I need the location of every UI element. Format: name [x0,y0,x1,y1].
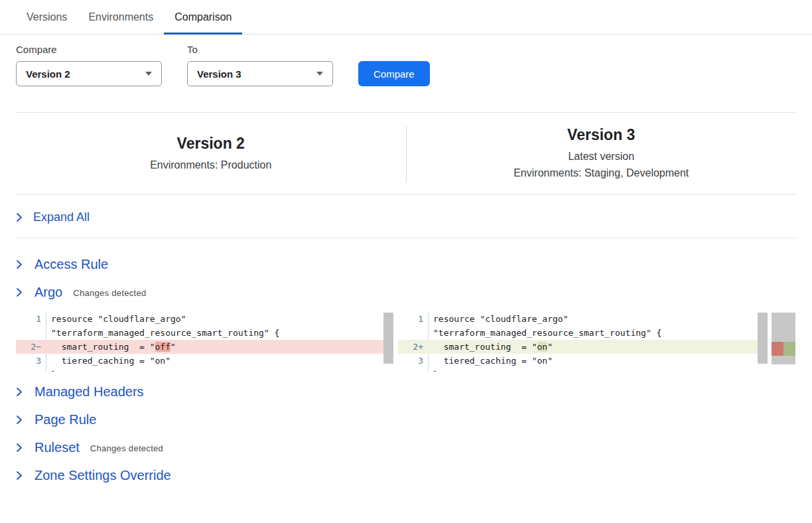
compare-controls: Compare Version 2 To Version 3 Compare [0,35,812,86]
section-page-rule[interactable]: Page Rule [16,410,796,429]
compare-label: Compare [16,44,162,55]
line-number [16,368,46,372]
code-text: } [46,368,393,372]
section-managed-headers[interactable]: Managed Headers [16,382,796,401]
code-text: resource "cloudflare_argo" [46,312,393,326]
chevron-right-icon [16,287,23,297]
to-version-select[interactable]: Version 3 [187,61,333,86]
section-zone-settings-override[interactable]: Zone Settings Override [16,466,796,485]
tab-comparison[interactable]: Comparison [164,0,242,35]
code-text: smart_routing = "off" [46,340,393,354]
code-text: } [429,368,768,372]
section-label: Page Rule [34,412,96,427]
line-number: 2− [16,340,46,354]
code-text: smart_routing = "on" [429,340,768,354]
version-left-title: Version 2 [177,135,245,153]
chevron-right-icon [16,212,23,222]
to-version-value: Version 3 [197,68,241,80]
diff-line: 1resource "cloudflare_argo" [398,312,768,326]
line-number [16,326,46,340]
chevron-right-icon [16,443,23,453]
tab-environments[interactable]: Environments [78,0,164,35]
section-label: Argo [34,285,62,300]
sections-list: Access Rule Argo Changes detected 1resou… [0,238,812,485]
compare-button[interactable]: Compare [358,61,430,86]
version-right-title: Version 3 [567,126,635,144]
section-ruleset[interactable]: Ruleset Changes detected [16,438,796,457]
line-number: 3 [398,354,429,368]
minimap-removed-marker [772,342,783,356]
argo-diff: 1resource "cloudflare_argo""terraform_ma… [16,312,796,372]
line-number [398,368,429,372]
changes-detected-badge: Changes detected [90,443,163,453]
diff-line: } [16,368,393,372]
chevron-down-icon [145,72,152,76]
diff-line: 2− smart_routing = "off" [16,340,393,354]
version-right-header: Version 3 Latest version Environments: S… [407,125,797,183]
diff-pane-right: 1resource "cloudflare_argo""terraform_ma… [398,312,768,372]
code-text: tiered_caching = "on" [429,354,768,368]
to-field: To Version 3 [187,44,333,86]
diff-line: 2+ smart_routing = "on" [398,340,768,354]
line-number: 2+ [398,340,429,354]
section-label: Zone Settings Override [34,468,171,483]
line-number [398,326,429,340]
version-left-environments: Environments: Production [150,157,271,174]
version-right-subtitle: Latest version [568,149,634,165]
section-label: Access Rule [34,257,108,272]
line-number: 3 [16,354,46,368]
diff-line: } [398,368,768,372]
diff-line: 1resource "cloudflare_argo" [16,312,393,326]
to-label: To [187,44,333,55]
code-text: resource "cloudflare_argo" [429,312,768,326]
code-text: tiered_caching = "on" [46,354,393,368]
tab-bar: Versions Environments Comparison [0,0,812,35]
compare-field: Compare Version 2 [16,44,162,86]
diff-line: 3 tiered_caching = "on" [398,354,768,368]
section-access-rule[interactable]: Access Rule [16,255,796,273]
diff-line: 3 tiered_caching = "on" [16,354,393,368]
compare-version-select[interactable]: Version 2 [16,61,162,86]
left-pane-scrollbar[interactable] [383,313,393,364]
chevron-right-icon [16,415,23,425]
chevron-right-icon [16,387,23,397]
version-headers: Version 2 Environments: Production Versi… [0,113,812,194]
diff-line: "terraform_managed_resource_smart_routin… [398,326,768,340]
version-left-header: Version 2 Environments: Production [16,125,406,183]
chevron-right-icon [16,471,23,481]
version-right-environments: Environments: Staging, Development [513,165,689,182]
line-number: 1 [398,312,429,326]
code-text: "terraform_managed_resource_smart_routin… [429,326,768,340]
chevron-right-icon [16,260,23,269]
section-argo[interactable]: Argo Changes detected [16,283,796,301]
expand-all-row[interactable]: Expand All [0,194,812,238]
diff-left-lines: 1resource "cloudflare_argo""terraform_ma… [16,312,393,372]
tab-versions[interactable]: Versions [16,0,78,35]
section-label: Ruleset [34,440,80,455]
code-text: "terraform_managed_resource_smart_routin… [46,326,393,340]
section-label: Managed Headers [34,384,144,400]
diff-minimap[interactable] [772,313,795,364]
diff-pane-left: 1resource "cloudflare_argo""terraform_ma… [16,312,393,372]
changes-detected-badge: Changes detected [73,288,146,298]
diff-line: "terraform_managed_resource_smart_routin… [16,326,393,340]
right-pane-scrollbar[interactable] [758,313,768,364]
compare-version-value: Version 2 [26,68,70,80]
chevron-down-icon [316,72,323,76]
diff-right-lines: 1resource "cloudflare_argo""terraform_ma… [398,312,768,372]
expand-all-label: Expand All [33,210,90,224]
line-number: 1 [16,312,46,326]
minimap-added-marker [783,342,795,356]
